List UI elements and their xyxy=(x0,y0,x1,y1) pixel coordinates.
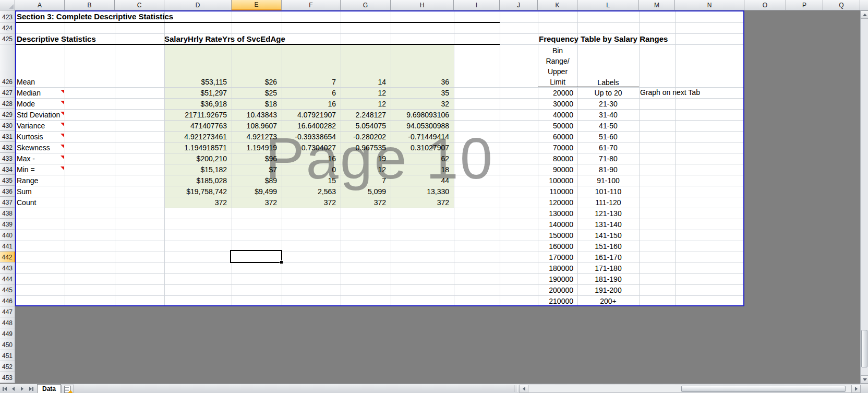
stat-age-cell[interactable]: 18 xyxy=(391,165,454,174)
scroll-left-button[interactable] xyxy=(520,385,528,392)
stat-yrsofsvc-cell[interactable]: 0.7304027 xyxy=(282,144,341,152)
column-header[interactable]: I xyxy=(454,0,500,10)
freq-bin-cell[interactable]: 160000 xyxy=(538,242,577,251)
stat-hrlyrate-cell[interactable]: $9,499 xyxy=(232,187,282,196)
freq-bin-cell[interactable]: 90000 xyxy=(538,165,577,174)
stat-yrsofsvc-cell[interactable]: 6 xyxy=(282,89,341,97)
stat-label-cell[interactable]: Min = xyxy=(15,165,164,174)
stat-salary-cell[interactable]: $15,182 xyxy=(164,165,232,174)
stat-yrsofsvc-cell[interactable]: 0 xyxy=(282,165,341,174)
freq-bin-cell[interactable]: 100000 xyxy=(538,176,577,185)
stat-age-cell[interactable]: 35 xyxy=(391,89,454,97)
stat-age-cell[interactable]: 36 xyxy=(391,78,454,86)
stat-ed-cell[interactable]: -0.280202 xyxy=(341,133,391,141)
freq-bin-cell[interactable]: 180000 xyxy=(538,264,577,272)
row-header[interactable]: 425 xyxy=(0,33,15,44)
freq-bin-cell[interactable]: 60000 xyxy=(538,133,577,141)
stat-ed-cell[interactable]: 19 xyxy=(341,154,391,163)
column-header[interactable]: P xyxy=(786,0,823,10)
row-header[interactable]: 434 xyxy=(0,164,15,175)
freq-bin-cell[interactable]: 170000 xyxy=(538,253,577,261)
stat-salary-cell[interactable]: 471407763 xyxy=(164,122,232,130)
stat-ed-cell[interactable]: 5.054075 xyxy=(341,122,391,130)
stat-ed-cell[interactable]: 372 xyxy=(341,198,391,207)
column-header[interactable]: C xyxy=(115,0,164,10)
stat-label-cell[interactable]: Kurtosis xyxy=(15,133,164,141)
row-header[interactable]: 433 xyxy=(0,153,15,164)
stat-label-cell[interactable]: Median xyxy=(15,89,164,97)
freq-label-cell[interactable]: 91-100 xyxy=(577,176,639,185)
sheet-tab-data[interactable]: Data xyxy=(37,384,61,393)
stats-column-header[interactable]: Age xyxy=(270,34,285,43)
tab-nav-next-button[interactable] xyxy=(18,385,27,392)
stat-hrlyrate-cell[interactable]: 108.9607 xyxy=(232,122,282,130)
stats-column-header[interactable]: Yrs of Svc xyxy=(222,34,260,43)
scroll-right-button[interactable] xyxy=(851,385,860,392)
stat-label-cell[interactable]: Variance xyxy=(15,122,164,130)
freq-label-cell[interactable]: 61-70 xyxy=(577,144,639,152)
stat-hrlyrate-cell[interactable]: $18 xyxy=(232,100,282,108)
tab-nav-last-button[interactable] xyxy=(27,385,35,392)
stat-age-cell[interactable]: 94.05300988 xyxy=(391,122,454,130)
freq-label-cell[interactable]: 181-190 xyxy=(577,275,639,283)
stat-salary-cell[interactable]: 372 xyxy=(164,198,232,207)
row-header[interactable]: 442 xyxy=(0,252,15,263)
stat-salary-cell[interactable]: $51,297 xyxy=(164,89,232,97)
stat-label-cell[interactable]: Max - xyxy=(15,154,164,163)
fill-handle[interactable] xyxy=(280,260,283,264)
column-header[interactable]: L xyxy=(577,0,639,10)
row-header[interactable]: 444 xyxy=(0,273,15,284)
column-header[interactable]: N xyxy=(675,0,744,10)
freq-bin-cell[interactable]: 130000 xyxy=(538,209,577,218)
stat-label-cell[interactable]: Count xyxy=(15,198,164,207)
tab-nav-first-button[interactable] xyxy=(0,385,9,392)
freq-label-cell[interactable]: 171-180 xyxy=(577,264,639,272)
row-header[interactable]: 448 xyxy=(0,317,15,328)
select-all-corner[interactable] xyxy=(0,0,15,10)
stat-label-cell[interactable]: Std Deviation xyxy=(15,111,164,119)
freq-bin-cell[interactable]: 80000 xyxy=(538,154,577,163)
stat-age-cell[interactable]: -0.71449414 xyxy=(391,133,454,141)
freq-label-cell[interactable]: 71-80 xyxy=(577,154,639,163)
stat-yrsofsvc-cell[interactable]: 15 xyxy=(282,176,341,185)
column-header[interactable]: M xyxy=(639,0,675,10)
column-header[interactable]: A xyxy=(15,0,65,10)
freq-labels-header[interactable]: Labels xyxy=(577,44,639,87)
stat-label-cell[interactable]: Range xyxy=(15,176,164,185)
stat-label-cell[interactable]: Sum xyxy=(15,187,164,196)
stat-salary-cell[interactable]: $19,758,742 xyxy=(164,187,232,196)
column-header[interactable]: O xyxy=(744,0,786,10)
freq-label-cell[interactable]: 81-90 xyxy=(577,165,639,174)
row-header[interactable]: 452 xyxy=(0,361,15,372)
stat-label-cell[interactable]: Mode xyxy=(15,100,164,108)
freq-label-cell[interactable]: 101-110 xyxy=(577,187,639,196)
freq-bin-header[interactable]: Bin Range/ Upper Limit xyxy=(538,44,577,87)
freq-bin-cell[interactable]: 110000 xyxy=(538,187,577,196)
horizontal-scrollbar[interactable] xyxy=(519,385,861,393)
stat-hrlyrate-cell[interactable]: 1.194919 xyxy=(232,144,282,152)
freq-bin-cell[interactable]: 200000 xyxy=(538,286,577,294)
row-header[interactable]: 450 xyxy=(0,339,15,350)
row-header[interactable]: 428 xyxy=(0,98,15,109)
freq-bin-cell[interactable]: 40000 xyxy=(538,111,577,119)
row-header[interactable]: 429 xyxy=(0,109,15,120)
freq-label-cell[interactable]: 141-150 xyxy=(577,231,639,240)
row-header[interactable]: 453 xyxy=(0,372,15,383)
freq-bin-cell[interactable]: 210000 xyxy=(538,297,577,305)
stat-yrsofsvc-cell[interactable]: 2,563 xyxy=(282,187,341,196)
freq-bin-cell[interactable]: 30000 xyxy=(538,100,577,108)
freq-label-cell[interactable]: 191-200 xyxy=(577,286,639,294)
stat-salary-cell[interactable]: 1.194918571 xyxy=(164,144,232,152)
scroll-up-button[interactable] xyxy=(861,10,868,19)
freq-label-cell[interactable]: Up to 20 xyxy=(577,89,639,97)
freq-bin-cell[interactable]: 70000 xyxy=(538,144,577,152)
stat-yrsofsvc-cell[interactable]: 372 xyxy=(282,198,341,207)
row-header[interactable]: 424 xyxy=(0,22,15,33)
stat-ed-cell[interactable]: 0.967535 xyxy=(341,144,391,152)
freq-bin-cell[interactable]: 150000 xyxy=(538,231,577,240)
stat-ed-cell[interactable]: 12 xyxy=(341,100,391,108)
stat-ed-cell[interactable]: 7 xyxy=(341,176,391,185)
stat-salary-cell[interactable]: $53,115 xyxy=(164,78,232,86)
freq-bin-cell[interactable]: 50000 xyxy=(538,122,577,130)
stat-yrsofsvc-cell[interactable]: 16 xyxy=(282,154,341,163)
